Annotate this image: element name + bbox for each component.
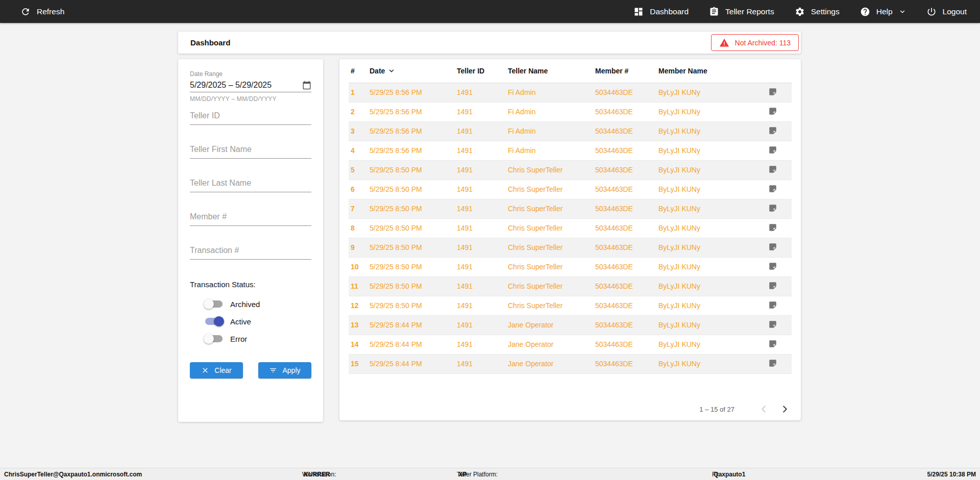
toggle-archived[interactable] — [205, 300, 223, 308]
teller-last-name-input[interactable] — [190, 179, 311, 192]
apply-button[interactable]: Apply — [258, 362, 311, 378]
logged-in-user: ChrisSuperTeller@Qaxpauto1.onmicrosoft.c… — [4, 471, 142, 478]
note-icon[interactable] — [768, 359, 777, 368]
date-range-field: Date Range 5/29/2025 – 5/29/2025 MM/DD/Y… — [190, 70, 311, 103]
row-date: 5/29/25 8:44 PM — [368, 335, 455, 354]
help-circle-icon — [860, 7, 870, 17]
note-icon[interactable] — [768, 300, 777, 310]
table-row[interactable]: 1 5/29/25 8:56 PM 1491 Fi Admin 5034463D… — [349, 83, 792, 102]
col-header-actions — [753, 59, 792, 83]
date-format-hint: MM/DD/YYYY – MM/DD/YYYY — [190, 95, 311, 103]
note-icon[interactable] — [768, 87, 777, 96]
row-number: 10 — [349, 257, 368, 276]
fi-info: FI: Qaxpauto1 — [712, 471, 714, 478]
row-number: 4 — [349, 141, 368, 160]
table-row[interactable]: 15 5/29/25 8:44 PM 1491 Jane Operator 50… — [349, 354, 792, 373]
note-icon[interactable] — [768, 223, 777, 232]
col-header-member-num[interactable]: Member # — [593, 59, 656, 83]
row-date: 5/29/25 8:50 PM — [368, 276, 455, 296]
nav-dashboard[interactable]: Dashboard — [633, 7, 689, 17]
table-row[interactable]: 4 5/29/25 8:56 PM 1491 Fi Admin 5034463D… — [349, 141, 792, 160]
previous-page-icon[interactable] — [758, 403, 769, 415]
row-member-name: ByLyJI KUNy — [656, 141, 753, 160]
row-member-name: ByLyJI KUNy — [656, 315, 753, 335]
top-nav-right: Dashboard Teller Reports Settings Help — [633, 7, 967, 17]
note-icon[interactable] — [768, 165, 777, 174]
note-icon[interactable] — [768, 320, 777, 329]
note-icon[interactable] — [768, 126, 777, 135]
not-archived-badge[interactable]: Not Archived: 113 — [711, 34, 799, 51]
table-row[interactable]: 10 5/29/25 8:50 PM 1491 Chris SuperTelle… — [349, 257, 792, 276]
nav-dashboard-label: Dashboard — [650, 7, 689, 16]
transaction-number-input[interactable] — [190, 246, 311, 260]
row-number: 11 — [349, 276, 368, 296]
nav-settings-label: Settings — [811, 7, 840, 16]
row-date: 5/29/25 8:56 PM — [368, 83, 455, 102]
note-icon[interactable] — [768, 339, 777, 348]
note-icon[interactable] — [768, 242, 777, 251]
teller-first-name-input[interactable] — [190, 145, 311, 159]
row-teller-name: Jane Operator — [506, 354, 593, 373]
table-header-row: # Date Teller ID Teller Name Member # Me… — [349, 59, 792, 83]
col-header-member-name[interactable]: Member Name — [656, 59, 753, 83]
warning-triangle-icon — [719, 38, 729, 48]
row-teller-id: 1491 — [455, 315, 506, 335]
table-row[interactable]: 7 5/29/25 8:50 PM 1491 Chris SuperTeller… — [349, 199, 792, 218]
table-row[interactable]: 8 5/29/25 8:50 PM 1491 Chris SuperTeller… — [349, 218, 792, 238]
note-icon[interactable] — [768, 145, 777, 155]
current-datetime: 5/29/25 10:38 PM — [927, 471, 976, 478]
nav-settings[interactable]: Settings — [795, 7, 840, 17]
nav-logout[interactable]: Logout — [926, 7, 967, 17]
calendar-icon[interactable] — [302, 81, 311, 90]
table-row[interactable]: 9 5/29/25 8:50 PM 1491 Chris SuperTeller… — [349, 238, 792, 257]
note-icon[interactable] — [768, 184, 777, 193]
clear-button[interactable]: Clear — [190, 362, 243, 378]
toggle-error[interactable] — [205, 335, 223, 342]
row-member-name: ByLyJI KUNy — [656, 160, 753, 180]
note-icon[interactable] — [768, 281, 777, 290]
note-icon[interactable] — [768, 262, 777, 271]
table-row[interactable]: 2 5/29/25 8:56 PM 1491 Fi Admin 5034463D… — [349, 102, 792, 121]
row-member-name: ByLyJI KUNy — [656, 238, 753, 257]
row-date: 5/29/25 8:44 PM — [368, 354, 455, 373]
date-range-value-row[interactable]: 5/29/2025 – 5/29/2025 — [190, 81, 311, 90]
note-icon[interactable] — [768, 204, 777, 213]
nav-help[interactable]: Help — [860, 7, 906, 17]
row-member-num: 5034463DE — [593, 199, 656, 218]
nav-teller-reports[interactable]: Teller Reports — [709, 7, 774, 17]
table-row[interactable]: 13 5/29/25 8:44 PM 1491 Jane Operator 50… — [349, 315, 792, 335]
filter-list-icon — [269, 366, 277, 374]
col-header-teller-name[interactable]: Teller Name — [506, 59, 593, 83]
refresh-button[interactable]: Refresh — [20, 7, 64, 17]
member-number-input[interactable] — [190, 212, 311, 226]
col-header-num[interactable]: # — [349, 59, 368, 83]
row-member-name: ByLyJI KUNy — [656, 296, 753, 315]
table-row[interactable]: 6 5/29/25 8:50 PM 1491 Chris SuperTeller… — [349, 180, 792, 199]
row-teller-name: Chris SuperTeller — [506, 160, 593, 180]
filter-actions: Clear Apply — [190, 362, 311, 378]
col-header-date[interactable]: Date — [368, 59, 455, 83]
row-teller-id: 1491 — [455, 276, 506, 296]
col-header-teller-id[interactable]: Teller ID — [455, 59, 506, 83]
row-teller-id: 1491 — [455, 354, 506, 373]
table-body: 1 5/29/25 8:56 PM 1491 Fi Admin 5034463D… — [349, 83, 792, 373]
page-header-card: Dashboard Not Archived: 113 — [178, 32, 801, 54]
pagination: 1 – 15 of 27 — [699, 403, 791, 415]
toggle-thumb — [214, 316, 224, 326]
row-member-num: 5034463DE — [593, 257, 656, 276]
table-row[interactable]: 11 5/29/25 8:50 PM 1491 Chris SuperTelle… — [349, 276, 792, 296]
note-icon[interactable] — [768, 107, 777, 116]
refresh-icon — [20, 7, 31, 17]
row-teller-name: Chris SuperTeller — [506, 238, 593, 257]
table-row[interactable]: 14 5/29/25 8:44 PM 1491 Jane Operator 50… — [349, 335, 792, 354]
toggle-active[interactable] — [205, 318, 223, 325]
table-row[interactable]: 5 5/29/25 8:50 PM 1491 Chris SuperTeller… — [349, 160, 792, 180]
row-teller-name: Chris SuperTeller — [506, 276, 593, 296]
table-row[interactable]: 3 5/29/25 8:56 PM 1491 Fi Admin 5034463D… — [349, 121, 792, 141]
date-range-label: Date Range — [190, 70, 311, 78]
row-date: 5/29/25 8:50 PM — [368, 238, 455, 257]
next-page-icon[interactable] — [779, 403, 791, 415]
table-row[interactable]: 12 5/29/25 8:50 PM 1491 Chris SuperTelle… — [349, 296, 792, 315]
teller-id-input[interactable] — [190, 111, 311, 125]
status-bar: ChrisSuperTeller@Qaxpauto1.onmicrosoft.c… — [0, 468, 980, 480]
